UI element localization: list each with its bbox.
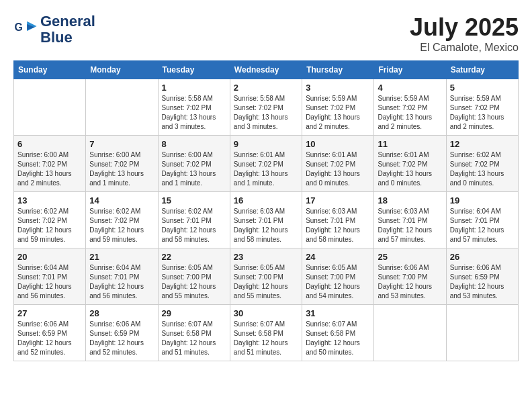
day-info: Sunrise: 6:01 AM Sunset: 7:02 PM Dayligh… xyxy=(378,150,442,188)
calendar-cell: 5Sunrise: 5:59 AM Sunset: 7:02 PM Daylig… xyxy=(446,79,518,136)
month-title: July 2025 xyxy=(410,13,519,42)
day-number: 23 xyxy=(234,252,298,262)
day-number: 26 xyxy=(450,252,515,262)
calendar-table: SundayMondayTuesdayWednesdayThursdayFrid… xyxy=(13,60,519,361)
day-number: 9 xyxy=(234,139,298,149)
calendar-cell: 29Sunrise: 6:07 AM Sunset: 6:58 PM Dayli… xyxy=(158,305,230,361)
calendar-cell xyxy=(374,305,446,361)
calendar-cell: 17Sunrise: 6:03 AM Sunset: 7:01 PM Dayli… xyxy=(302,192,374,248)
day-info: Sunrise: 6:06 AM Sunset: 7:00 PM Dayligh… xyxy=(378,263,442,301)
day-info: Sunrise: 6:06 AM Sunset: 6:59 PM Dayligh… xyxy=(89,320,154,357)
day-info: Sunrise: 5:59 AM Sunset: 7:02 PM Dayligh… xyxy=(450,94,515,132)
calendar-cell: 6Sunrise: 6:00 AM Sunset: 7:02 PM Daylig… xyxy=(14,136,86,192)
logo-line2: Blue xyxy=(40,30,95,46)
day-number: 15 xyxy=(162,195,226,205)
calendar-cell: 8Sunrise: 6:00 AM Sunset: 7:02 PM Daylig… xyxy=(158,136,230,192)
calendar-body: 1Sunrise: 5:58 AM Sunset: 7:02 PM Daylig… xyxy=(14,79,519,361)
day-info: Sunrise: 6:05 AM Sunset: 7:00 PM Dayligh… xyxy=(234,263,298,301)
day-number: 27 xyxy=(17,308,82,318)
day-number: 10 xyxy=(306,139,370,149)
calendar-cell: 19Sunrise: 6:04 AM Sunset: 7:01 PM Dayli… xyxy=(446,192,518,248)
calendar-cell: 15Sunrise: 6:02 AM Sunset: 7:01 PM Dayli… xyxy=(158,192,230,248)
day-info: Sunrise: 6:04 AM Sunset: 7:01 PM Dayligh… xyxy=(450,207,515,244)
calendar-cell: 3Sunrise: 5:59 AM Sunset: 7:02 PM Daylig… xyxy=(302,79,374,136)
day-info: Sunrise: 6:00 AM Sunset: 7:02 PM Dayligh… xyxy=(17,150,82,188)
day-number: 29 xyxy=(162,308,226,318)
calendar-cell: 24Sunrise: 6:05 AM Sunset: 7:00 PM Dayli… xyxy=(302,248,374,305)
day-number: 16 xyxy=(234,195,298,205)
day-info: Sunrise: 6:02 AM Sunset: 7:02 PM Dayligh… xyxy=(89,207,154,244)
calendar-cell: 18Sunrise: 6:03 AM Sunset: 7:01 PM Dayli… xyxy=(374,192,446,248)
calendar-cell: 27Sunrise: 6:06 AM Sunset: 6:59 PM Dayli… xyxy=(14,305,86,361)
calendar-cell: 31Sunrise: 6:07 AM Sunset: 6:58 PM Dayli… xyxy=(302,305,374,361)
day-number: 18 xyxy=(378,195,442,205)
calendar-cell: 12Sunrise: 6:02 AM Sunset: 7:02 PM Dayli… xyxy=(446,136,518,192)
calendar-cell: 1Sunrise: 5:58 AM Sunset: 7:02 PM Daylig… xyxy=(158,79,230,136)
calendar-cell: 14Sunrise: 6:02 AM Sunset: 7:02 PM Dayli… xyxy=(86,192,158,248)
calendar-cell: 10Sunrise: 6:01 AM Sunset: 7:02 PM Dayli… xyxy=(302,136,374,192)
calendar-cell: 25Sunrise: 6:06 AM Sunset: 7:00 PM Dayli… xyxy=(374,248,446,305)
day-number: 3 xyxy=(306,83,370,93)
day-number: 25 xyxy=(378,252,442,262)
day-number: 4 xyxy=(378,83,442,93)
calendar-cell: 11Sunrise: 6:01 AM Sunset: 7:02 PM Dayli… xyxy=(374,136,446,192)
svg-text:G: G xyxy=(14,21,22,33)
weekday-sunday: Sunday xyxy=(14,61,86,79)
day-info: Sunrise: 6:03 AM Sunset: 7:01 PM Dayligh… xyxy=(306,207,370,244)
day-info: Sunrise: 6:04 AM Sunset: 7:01 PM Dayligh… xyxy=(17,263,82,301)
location: El Camalote, Mexico xyxy=(410,42,519,54)
calendar-cell: 28Sunrise: 6:06 AM Sunset: 6:59 PM Dayli… xyxy=(86,305,158,361)
day-number: 12 xyxy=(450,139,515,149)
day-info: Sunrise: 6:07 AM Sunset: 6:58 PM Dayligh… xyxy=(162,320,226,357)
calendar-cell xyxy=(86,79,158,136)
weekday-saturday: Saturday xyxy=(446,61,518,79)
day-number: 19 xyxy=(450,195,515,205)
day-number: 20 xyxy=(17,252,82,262)
day-info: Sunrise: 6:03 AM Sunset: 7:01 PM Dayligh… xyxy=(378,207,442,244)
day-info: Sunrise: 6:05 AM Sunset: 7:00 PM Dayligh… xyxy=(306,263,370,301)
logo-text: General Blue xyxy=(40,13,95,46)
day-info: Sunrise: 6:07 AM Sunset: 6:58 PM Dayligh… xyxy=(234,320,298,357)
calendar-week-4: 20Sunrise: 6:04 AM Sunset: 7:01 PM Dayli… xyxy=(14,248,519,305)
day-info: Sunrise: 5:59 AM Sunset: 7:02 PM Dayligh… xyxy=(306,94,370,132)
day-number: 31 xyxy=(306,308,370,318)
day-number: 5 xyxy=(450,83,515,93)
calendar-week-1: 1Sunrise: 5:58 AM Sunset: 7:02 PM Daylig… xyxy=(14,79,519,136)
day-info: Sunrise: 6:02 AM Sunset: 7:02 PM Dayligh… xyxy=(17,207,82,244)
calendar-cell: 20Sunrise: 6:04 AM Sunset: 7:01 PM Dayli… xyxy=(14,248,86,305)
day-info: Sunrise: 6:01 AM Sunset: 7:02 PM Dayligh… xyxy=(306,150,370,188)
day-number: 24 xyxy=(306,252,370,262)
day-info: Sunrise: 6:06 AM Sunset: 6:59 PM Dayligh… xyxy=(450,263,515,301)
day-info: Sunrise: 6:05 AM Sunset: 7:00 PM Dayligh… xyxy=(162,263,226,301)
day-number: 2 xyxy=(234,83,298,93)
day-info: Sunrise: 6:07 AM Sunset: 6:58 PM Dayligh… xyxy=(306,320,370,357)
calendar-week-2: 6Sunrise: 6:00 AM Sunset: 7:02 PM Daylig… xyxy=(14,136,519,192)
day-info: Sunrise: 5:59 AM Sunset: 7:02 PM Dayligh… xyxy=(378,94,442,132)
calendar-cell: 7Sunrise: 6:00 AM Sunset: 7:02 PM Daylig… xyxy=(86,136,158,192)
calendar-cell xyxy=(446,305,518,361)
calendar-cell: 21Sunrise: 6:04 AM Sunset: 7:01 PM Dayli… xyxy=(86,248,158,305)
day-info: Sunrise: 6:00 AM Sunset: 7:02 PM Dayligh… xyxy=(162,150,226,188)
day-number: 14 xyxy=(89,195,154,205)
calendar-cell: 23Sunrise: 6:05 AM Sunset: 7:00 PM Dayli… xyxy=(230,248,302,305)
day-number: 1 xyxy=(162,83,226,93)
calendar-cell: 22Sunrise: 6:05 AM Sunset: 7:00 PM Dayli… xyxy=(158,248,230,305)
day-number: 30 xyxy=(234,308,298,318)
day-number: 11 xyxy=(378,139,442,149)
title-block: July 2025 El Camalote, Mexico xyxy=(410,13,519,54)
day-info: Sunrise: 6:00 AM Sunset: 7:02 PM Dayligh… xyxy=(89,150,154,188)
calendar-cell: 13Sunrise: 6:02 AM Sunset: 7:02 PM Dayli… xyxy=(14,192,86,248)
day-info: Sunrise: 5:58 AM Sunset: 7:02 PM Dayligh… xyxy=(162,94,226,132)
day-info: Sunrise: 6:01 AM Sunset: 7:02 PM Dayligh… xyxy=(234,150,298,188)
day-number: 7 xyxy=(89,139,154,149)
calendar-cell xyxy=(14,79,86,136)
day-number: 8 xyxy=(162,139,226,149)
logo: G General Blue xyxy=(13,13,95,46)
day-number: 28 xyxy=(89,308,154,318)
day-info: Sunrise: 6:06 AM Sunset: 6:59 PM Dayligh… xyxy=(17,320,82,357)
page-header: G General Blue July 2025 El Camalote, Me… xyxy=(13,13,519,54)
calendar-header: SundayMondayTuesdayWednesdayThursdayFrid… xyxy=(14,61,519,79)
day-number: 17 xyxy=(306,195,370,205)
calendar-week-3: 13Sunrise: 6:02 AM Sunset: 7:02 PM Dayli… xyxy=(14,192,519,248)
day-number: 6 xyxy=(17,139,82,149)
